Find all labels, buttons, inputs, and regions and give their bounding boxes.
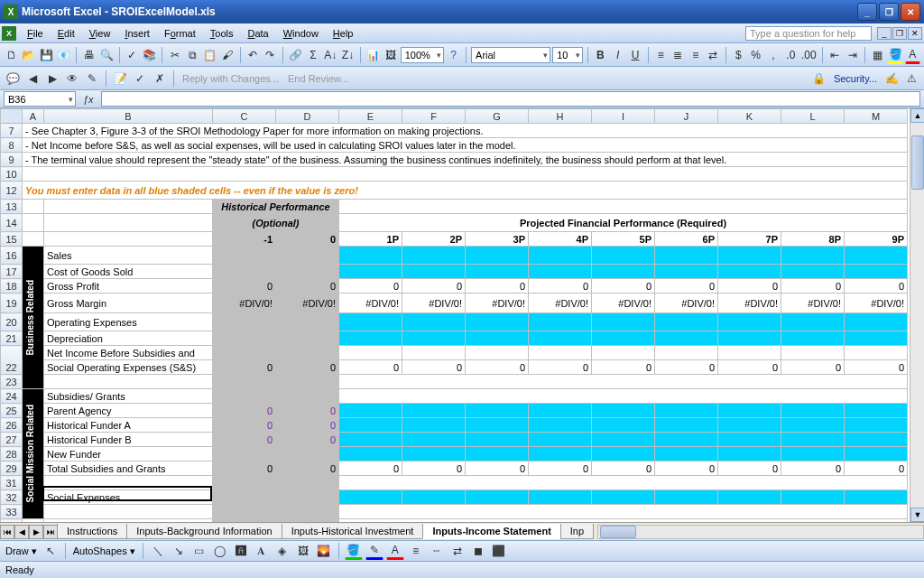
col-header[interactable]: E — [339, 109, 402, 124]
scroll-thumb[interactable] — [911, 135, 924, 190]
merge-button[interactable]: ⇄ — [705, 46, 720, 64]
cell[interactable]: 0 — [655, 461, 718, 476]
menu-file[interactable]: File — [20, 26, 51, 41]
cell[interactable]: 0 — [213, 418, 276, 433]
row-header[interactable]: 8 — [1, 138, 23, 153]
col-header[interactable]: F — [402, 109, 466, 124]
cell[interactable]: - The terminal value should represent th… — [23, 153, 908, 167]
cell[interactable]: Net Income Before Subsidies and — [44, 346, 213, 360]
font-color-draw-button[interactable]: A — [386, 542, 404, 560]
new-button[interactable]: 🗋 — [4, 46, 19, 64]
scroll-down-button[interactable]: ▼ — [910, 508, 924, 522]
col-header[interactable]: A — [23, 109, 44, 124]
col-header[interactable]: K — [718, 109, 781, 124]
textbox-button[interactable]: 🅰 — [232, 542, 250, 560]
new-comment-button[interactable]: 💬 — [4, 70, 22, 88]
cell[interactable]: You must enter data in all blue shaded c… — [23, 182, 908, 200]
paste-button[interactable]: 📋 — [202, 46, 217, 64]
cell[interactable]: 8P — [781, 232, 845, 247]
cell[interactable]: #DIV/0! — [655, 294, 718, 313]
cell[interactable]: 2P — [402, 232, 466, 247]
fx-icon[interactable]: ƒx — [79, 94, 97, 105]
sheet-tab[interactable]: Inputs-Historical Investment — [282, 524, 424, 539]
zoom-combo[interactable]: 100% — [401, 47, 444, 63]
maximize-button[interactable]: ❐ — [879, 3, 899, 21]
cell[interactable]: 0 — [529, 279, 592, 294]
tab-nav-last[interactable]: ⏭ — [43, 525, 58, 539]
security-icon[interactable]: 🔒 — [810, 70, 828, 88]
cell[interactable]: (Optional) — [213, 214, 339, 232]
cell[interactable]: 0 — [466, 360, 529, 375]
row-header[interactable]: 28 — [1, 447, 23, 461]
cell[interactable]: #DIV/0! — [592, 294, 655, 313]
cell[interactable]: 0 — [845, 360, 908, 375]
cell[interactable]: Gross Profit — [44, 279, 213, 294]
tab-nav-prev[interactable]: ◀ — [14, 525, 29, 539]
spelling-button[interactable]: ✓ — [125, 46, 140, 64]
mdi-close-button[interactable]: ✕ — [908, 27, 922, 40]
menu-format[interactable]: Format — [157, 26, 203, 41]
decrease-decimal-button[interactable]: .00 — [800, 46, 818, 64]
tab-nav-first[interactable]: ⏮ — [0, 525, 14, 539]
cell[interactable]: Social Operating Expenses (S&S) — [44, 360, 213, 375]
select-objects-button[interactable]: ↖ — [42, 542, 60, 560]
autosum-button[interactable]: Σ — [305, 46, 320, 64]
copy-button[interactable]: ⧉ — [185, 46, 200, 64]
row-header[interactable]: 24 — [1, 389, 23, 404]
vertical-scrollbar[interactable]: ▲ ▼ — [910, 108, 924, 522]
cell[interactable]: 0 — [845, 461, 908, 476]
sheet-tab-active[interactable]: Inputs-Income Statement — [422, 524, 560, 539]
cell[interactable]: 0 — [529, 360, 592, 375]
hyperlink-button[interactable]: 🔗 — [288, 46, 303, 64]
cell[interactable]: #DIV/0! — [213, 294, 276, 313]
open-button[interactable]: 📂 — [21, 46, 36, 64]
formula-input[interactable] — [101, 91, 920, 107]
cell[interactable]: 0 — [781, 461, 845, 476]
sheet-tab[interactable]: Inputs-Background Information — [126, 524, 282, 539]
draw-menu[interactable]: Draw ▾ — [4, 545, 39, 557]
cell[interactable]: 0 — [213, 360, 276, 375]
comma-button[interactable]: , — [765, 46, 781, 64]
show-comments-button[interactable]: 👁 — [63, 70, 81, 88]
scroll-up-button[interactable]: ▲ — [910, 108, 924, 123]
col-header[interactable]: C — [213, 109, 276, 124]
name-box[interactable]: B36 — [4, 91, 76, 107]
research-button[interactable]: 📚 — [142, 46, 157, 64]
mdi-restore-button[interactable]: ❐ — [892, 27, 907, 40]
next-comment-button[interactable]: ▶ — [43, 70, 61, 88]
cell[interactable]: Social Expenses — [44, 490, 213, 505]
row-header[interactable]: 14 — [1, 214, 23, 232]
cell[interactable]: Projected Financial Performance (Require… — [339, 214, 908, 232]
cell[interactable]: 0 — [213, 279, 276, 294]
row-header[interactable]: 32 — [1, 490, 23, 505]
cell[interactable]: #DIV/0! — [466, 294, 529, 313]
cell[interactable]: Total Subsidies and Grants — [44, 461, 213, 476]
row-header[interactable]: 31 — [1, 476, 23, 490]
format-painter-button[interactable]: 🖌 — [219, 46, 235, 64]
autoshapes-menu[interactable]: AutoShapes ▾ — [71, 545, 137, 557]
cell[interactable]: - See Chapter 3, Figure 3-3 of the SROI … — [23, 124, 908, 138]
menu-view[interactable]: View — [82, 26, 118, 41]
cell[interactable]: Cost of Goods Sold — [44, 265, 213, 279]
mdi-minimize-button[interactable]: _ — [877, 27, 892, 40]
row-header[interactable]: 27 — [1, 433, 23, 447]
cell[interactable]: 0 — [529, 461, 592, 476]
cell[interactable]: 0 — [276, 232, 339, 247]
cut-button[interactable]: ✂ — [167, 46, 182, 64]
row-header[interactable]: 22 — [1, 346, 23, 375]
row-header[interactable]: 16 — [1, 247, 23, 265]
help-search-input[interactable] — [745, 26, 872, 41]
row-header[interactable]: 19 — [1, 294, 23, 313]
rectangle-button[interactable]: ▭ — [190, 542, 208, 560]
currency-button[interactable]: $ — [731, 46, 746, 64]
row-header[interactable]: 33 — [1, 505, 23, 519]
cell[interactable]: 0 — [402, 279, 466, 294]
increase-indent-button[interactable]: ⇥ — [845, 46, 860, 64]
cell[interactable]: 0 — [276, 360, 339, 375]
row-header[interactable]: 7 — [1, 124, 23, 138]
menu-tools[interactable]: Tools — [203, 26, 241, 41]
macro-sec-button[interactable]: ⚠ — [902, 70, 920, 88]
row-header[interactable]: 29 — [1, 461, 23, 476]
cell[interactable]: Sales — [44, 247, 213, 265]
cell[interactable]: 0 — [466, 461, 529, 476]
